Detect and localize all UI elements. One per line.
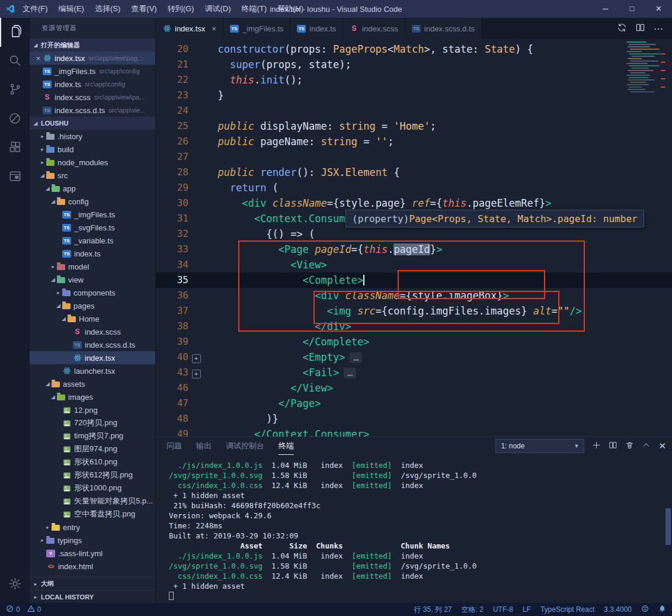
open-editor-index-tsx[interactable]: × index.tsx src\app\view\pag...: [30, 52, 155, 65]
activitybar-debug[interactable]: [0, 105, 30, 134]
code-line-27[interactable]: 27: [156, 149, 672, 165]
activitybar-manage[interactable]: [0, 570, 30, 599]
code-line-26[interactable]: 26 public pageName: string = '';: [156, 134, 672, 149]
menu-转到-g[interactable]: 转到(G): [162, 0, 200, 18]
code-line-49[interactable]: 49 </Context.Consumer>: [156, 426, 672, 437]
code-line-32[interactable]: 32 {() => (: [156, 226, 672, 242]
code-line-24[interactable]: 24: [156, 103, 672, 118]
tab-index-scss[interactable]: Sindex.scss: [343, 18, 405, 39]
fold-expand-icon[interactable]: +: [192, 370, 201, 378]
tree-item-app[interactable]: ◢ app: [30, 182, 155, 195]
code-line-33[interactable]: 33 <Page pageId={this.pageId}>: [156, 242, 672, 257]
tree-item-sass-lint-yml[interactable]: Y .sass-lint.yml: [30, 547, 155, 560]
status-cursor-position[interactable]: 行 35, 列 27: [414, 605, 452, 615]
code-line-25[interactable]: 25 public displayName: string = 'Home';: [156, 118, 672, 134]
status-ts-version[interactable]: 3.3.4000: [604, 605, 632, 614]
activitybar-extensions[interactable]: [0, 134, 30, 163]
tree-item-view[interactable]: ◢ view: [30, 273, 155, 286]
tree-item-矢量智能对象拷贝5-p[interactable]: 矢量智能对象拷贝5.p...: [30, 495, 155, 508]
terminal-picker[interactable]: 1: node ▼: [495, 439, 584, 453]
section-大纲[interactable]: ▸大纲: [30, 577, 155, 590]
code-editor[interactable]: 20 constructor(props: PageProps<Match>, …: [156, 39, 672, 437]
tree-item-svgfiles-ts[interactable]: TS _svgFiles.ts: [30, 221, 155, 234]
code-line-29[interactable]: 29 return (: [156, 180, 672, 195]
close-icon[interactable]: ×: [34, 54, 43, 63]
activitybar-source-control[interactable]: [0, 76, 30, 105]
tree-item-src[interactable]: ◢ src: [30, 169, 155, 182]
menu-调试-d[interactable]: 调试(D): [199, 0, 236, 18]
workspace-header[interactable]: ◢ LOUSHU: [30, 117, 155, 130]
maximize-button[interactable]: □: [619, 0, 645, 18]
tree-item-model[interactable]: ▸ model: [30, 260, 155, 273]
tree-item-assets[interactable]: ◢ assets: [30, 377, 155, 390]
split-terminal-icon[interactable]: [609, 441, 617, 452]
code-line-38[interactable]: 38 </div>: [156, 319, 672, 334]
tree-item-形状612拷贝-png[interactable]: 形状612拷贝.png: [30, 469, 155, 482]
close-button[interactable]: ✕: [645, 0, 672, 18]
panel-tab-输出[interactable]: 输出: [196, 437, 212, 455]
minimize-button[interactable]: ─: [592, 0, 619, 18]
code-line-22[interactable]: 22 this.init();: [156, 72, 672, 88]
tab-imgfiles-ts[interactable]: TS_imgFiles.ts: [223, 18, 290, 39]
tree-item-config[interactable]: ◢ config: [30, 195, 155, 208]
open-editors-header[interactable]: ◢ 打开的编辑器: [30, 38, 155, 52]
code-line-46[interactable]: 46 </View>: [156, 380, 672, 396]
new-terminal-icon[interactable]: [592, 441, 601, 452]
menu-文件-f[interactable]: 文件(F): [17, 0, 53, 18]
status-language-mode[interactable]: TypeScript React: [540, 605, 594, 614]
status-errors[interactable]: 0: [6, 605, 20, 614]
close-panel-icon[interactable]: ✕: [658, 441, 666, 451]
code-line-48[interactable]: 48 )}: [156, 411, 672, 426]
fold-expand-icon[interactable]: +: [192, 354, 201, 363]
panel-tab-终端[interactable]: 终端: [279, 437, 294, 455]
tree-item-typings[interactable]: ▸ typings: [30, 534, 155, 547]
tree-item-images[interactable]: ◢ images: [30, 390, 155, 403]
tree-item-history[interactable]: ▸ .history: [30, 130, 155, 143]
tree-item-图层974-png[interactable]: 图层974.png: [30, 442, 155, 455]
tree-item-imgfiles-ts[interactable]: TS _imgFiles.ts: [30, 208, 155, 221]
tree-item-720拷贝-png[interactable]: 720拷贝.png: [30, 416, 155, 429]
tree-item-index-scss-d-ts[interactable]: TS index.scss.d.ts: [30, 338, 155, 351]
open-editor-index-ts[interactable]: TS index.ts src\app\config: [30, 78, 155, 91]
split-editor-icon[interactable]: [635, 23, 645, 35]
status-feedback[interactable]: [641, 605, 649, 614]
activitybar-preview[interactable]: [0, 163, 30, 192]
tree-item-components[interactable]: ▸ components: [30, 286, 155, 299]
code-line-35[interactable]: 35 <Complete>: [156, 272, 672, 288]
tree-item-variable-ts[interactable]: TS _variable.ts: [30, 234, 155, 247]
open-editor-index-scss-d-ts[interactable]: TS index.scss.d.ts src\app\vie...: [30, 104, 155, 117]
terminal-scrollbar[interactable]: [665, 508, 671, 545]
menu-编辑-e[interactable]: 编辑(E): [53, 0, 89, 18]
code-line-39[interactable]: 39 </Complete>: [156, 334, 672, 349]
tree-item-index-html[interactable]: <> index.html: [30, 560, 155, 573]
tree-item-home[interactable]: ◢ Home: [30, 312, 155, 325]
code-line-43[interactable]: 43+ <Fail>…: [156, 365, 672, 380]
maximize-panel-icon[interactable]: [642, 441, 651, 452]
tree-item-空中看盘拷贝-png[interactable]: 空中看盘拷贝.png: [30, 508, 155, 521]
open-editor-index-scss[interactable]: S index.scss src\app\view\pa...: [30, 91, 155, 104]
status-warnings[interactable]: 0: [27, 605, 41, 614]
code-line-37[interactable]: 37 <img src={config.imgFiles.images} alt…: [156, 303, 672, 319]
more-actions-icon[interactable]: ⋯: [654, 23, 664, 34]
tree-item-12-png[interactable]: 12.png: [30, 403, 155, 416]
tree-item-node-modules[interactable]: ▸ node_modules: [30, 156, 155, 169]
activitybar-explorer[interactable]: [0, 18, 30, 47]
terminal-output[interactable]: ./js/index_1.0.0.js 1.04 MiB index [emit…: [156, 455, 672, 603]
menu-终端-t[interactable]: 终端(T): [236, 0, 272, 18]
tree-item-build[interactable]: ▸ build: [30, 143, 155, 156]
kill-terminal-icon[interactable]: [625, 441, 634, 452]
tree-item-timg拷贝7-png[interactable]: timg拷贝7.png: [30, 429, 155, 442]
code-line-20[interactable]: 20 constructor(props: PageProps<Match>, …: [156, 41, 672, 57]
tree-item-package-lock-json[interactable]: {} package-lock.json: [30, 573, 155, 577]
code-line-21[interactable]: 21 super(props, state);: [156, 57, 672, 72]
tree-item-index-scss[interactable]: S index.scss: [30, 325, 155, 338]
code-line-47[interactable]: 47 </Page>: [156, 396, 672, 411]
status-indentation[interactable]: 空格: 2: [462, 605, 484, 615]
tree-item-形状1000-png[interactable]: 形状1000.png: [30, 482, 155, 495]
tree-item-形状610-png[interactable]: 形状610.png: [30, 455, 155, 469]
code-line-30[interactable]: 30 <div className={style.page} ref={this…: [156, 195, 672, 211]
status-eol[interactable]: LF: [523, 605, 531, 614]
tree-item-launcher-tsx[interactable]: launcher.tsx: [30, 364, 155, 377]
tree-item-entry[interactable]: ▸ entry: [30, 521, 155, 534]
panel-tab-问题[interactable]: 问题: [167, 437, 182, 455]
